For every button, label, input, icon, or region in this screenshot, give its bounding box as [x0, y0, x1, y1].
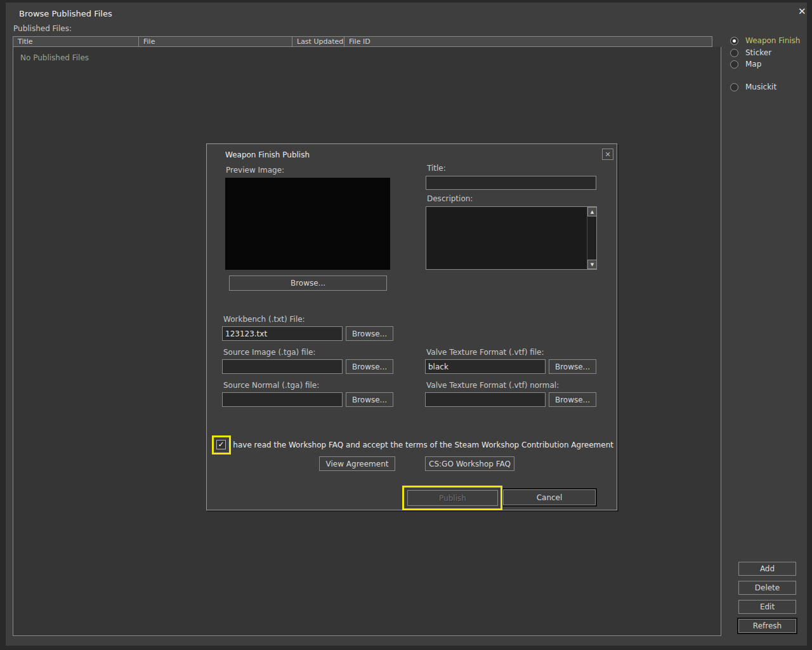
published-files-label: Published Files: — [13, 24, 72, 33]
radio-musickit-label: Musickit — [745, 83, 776, 91]
radio-map[interactable]: Map — [730, 60, 761, 69]
radio-map-label: Map — [745, 60, 761, 69]
radio-weapon-finish[interactable]: Weapon Finish — [730, 36, 800, 45]
radio-sticker-label: Sticker — [745, 48, 771, 57]
title-label: Title: — [427, 164, 446, 173]
weapon-finish-publish-dialog: Weapon Finish Publish ✕ Preview Image: B… — [206, 143, 617, 510]
vtf-normal-label: Valve Texture Format (.vtf) normal: — [426, 381, 559, 390]
workshop-faq-button[interactable]: CS:GO Workshop FAQ — [425, 456, 514, 471]
title-input[interactable] — [426, 176, 596, 190]
window-title: Browse Published Files — [19, 9, 112, 18]
empty-list-text: No Published Files — [20, 53, 89, 62]
radio-icon — [730, 60, 738, 69]
radio-musickit[interactable]: Musickit — [730, 83, 776, 91]
radio-icon — [730, 83, 738, 91]
edit-button[interactable]: Edit — [738, 600, 796, 614]
source-normal-input[interactable] — [222, 392, 343, 407]
preview-image — [225, 178, 390, 270]
source-image-label: Source Image (.tga) file: — [223, 348, 315, 357]
description-label: Description: — [427, 194, 473, 203]
scroll-up-icon[interactable]: ▲ — [587, 207, 597, 216]
window-close-icon[interactable]: ✕ — [798, 7, 806, 17]
workbench-browse-button[interactable]: Browse... — [346, 326, 393, 341]
published-files-header: Title File Last Updated File ID — [13, 36, 712, 47]
radio-selected-icon — [730, 37, 738, 45]
agreement-text: I have read the Workshop FAQ and accept … — [228, 441, 613, 449]
dialog-title: Weapon Finish Publish — [225, 150, 310, 159]
workbench-input[interactable] — [222, 326, 343, 341]
source-normal-label: Source Normal (.tga) file: — [223, 381, 319, 390]
radio-sticker[interactable]: Sticker — [730, 48, 771, 57]
vtf-normal-input[interactable] — [425, 392, 546, 407]
column-header-file-id[interactable]: File ID — [344, 37, 712, 46]
highlight-box-checkbox — [212, 435, 231, 454]
preview-image-label: Preview Image: — [226, 166, 284, 175]
column-header-file[interactable]: File — [139, 37, 292, 46]
vtf-file-input[interactable] — [425, 359, 546, 374]
source-image-input[interactable] — [222, 359, 343, 374]
add-button[interactable]: Add — [738, 562, 796, 576]
workbench-label: Workbench (.txt) File: — [223, 315, 305, 324]
vtf-file-browse-button[interactable]: Browse... — [549, 359, 596, 374]
source-image-browse-button[interactable]: Browse... — [346, 359, 393, 374]
refresh-button[interactable]: Refresh — [738, 619, 796, 633]
browse-published-files-window: Browse Published Files ✕ Published Files… — [6, 3, 807, 646]
source-normal-browse-button[interactable]: Browse... — [346, 392, 393, 407]
description-textarea[interactable]: ▲ ▼ — [426, 206, 597, 270]
column-header-title[interactable]: Title — [13, 37, 139, 46]
column-header-last-updated[interactable]: Last Updated — [292, 37, 344, 46]
vtf-normal-browse-button[interactable]: Browse... — [549, 392, 596, 407]
scroll-down-icon[interactable]: ▼ — [587, 260, 597, 269]
preview-browse-button[interactable]: Browse... — [229, 275, 387, 291]
radio-icon — [730, 49, 738, 57]
dialog-close-icon[interactable]: ✕ — [602, 149, 613, 160]
highlight-box-publish-button — [402, 486, 502, 510]
vtf-file-label: Valve Texture Format (.vtf) file: — [426, 348, 544, 357]
description-scrollbar[interactable]: ▲ ▼ — [587, 207, 596, 269]
radio-weapon-finish-label: Weapon Finish — [745, 36, 800, 45]
cancel-button[interactable]: Cancel — [503, 489, 596, 505]
delete-button[interactable]: Delete — [738, 581, 796, 595]
view-agreement-button[interactable]: View Agreement — [319, 456, 395, 471]
